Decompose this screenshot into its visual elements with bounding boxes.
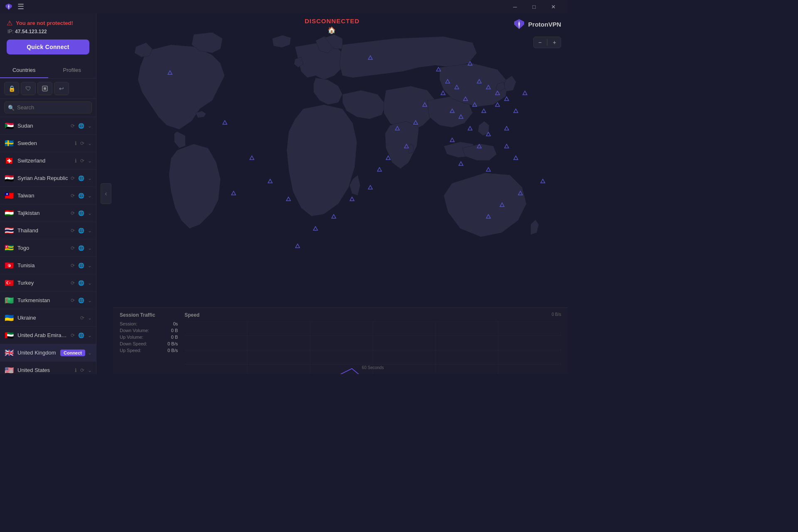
map-area: ‹ DISCONNECTED 🏠 ProtonVPN − +	[96, 13, 568, 374]
action-icon[interactable]: ⟳	[70, 262, 76, 269]
list-item[interactable]: 🇹🇳Tunisia⟳🌐⌄	[0, 257, 96, 274]
action-icon[interactable]: ⟳	[79, 367, 85, 374]
tab-profiles[interactable]: Profiles	[48, 63, 96, 78]
chevron-down-icon[interactable]: ⌄	[88, 350, 92, 356]
zoom-in-button[interactable]: +	[548, 37, 561, 48]
list-item[interactable]: 🇹🇼Taiwan⟳🌐⌄	[0, 187, 96, 204]
search-icon: 🔍	[8, 104, 15, 111]
chevron-down-icon[interactable]: ⌄	[88, 315, 92, 321]
action-icon[interactable]: 🌐	[77, 192, 85, 200]
country-name: Switzerland	[17, 158, 72, 164]
country-flag: 🇹🇭	[4, 226, 14, 235]
action-icon[interactable]: 🌐	[77, 244, 85, 252]
country-flag: 🇹🇲	[4, 296, 14, 305]
sidebar-header: ⚠ You are not protected! IP: 47.54.123.1…	[0, 13, 96, 59]
action-icon[interactable]: ℹ	[74, 157, 78, 165]
list-item[interactable]: 🇹🇭Thailand⟳🌐⌄	[0, 222, 96, 239]
action-icon[interactable]: 🌐	[77, 227, 85, 234]
chevron-down-icon[interactable]: ⌄	[88, 140, 92, 146]
chevron-down-icon[interactable]: ⌄	[88, 158, 92, 164]
filter-secure-core[interactable]: 🔒	[4, 82, 19, 95]
filter-tor[interactable]	[37, 82, 52, 95]
action-icon[interactable]: ⟳	[79, 157, 85, 165]
list-item[interactable]: 🇺🇸United Statesℹ⟳⌄	[0, 362, 96, 374]
list-item[interactable]: 🇸🇪Swedenℹ⟳⌄	[0, 135, 96, 152]
action-icon[interactable]: ⟳	[70, 297, 76, 304]
list-item[interactable]: 🇺🇦Ukraine⟳⌄	[0, 309, 96, 327]
action-icon[interactable]: 🌐	[77, 332, 85, 339]
country-flag: 🇹🇷	[4, 278, 14, 288]
session-row-value: 0 B	[171, 335, 178, 340]
country-flag: 🇹🇼	[4, 191, 14, 200]
chevron-down-icon[interactable]: ⌄	[88, 175, 92, 181]
country-actions: ⟳🌐⌄	[70, 122, 92, 130]
action-icon[interactable]: ⟳	[70, 227, 76, 234]
action-icon[interactable]: 🌐	[77, 209, 85, 217]
list-item[interactable]: 🇨🇭Switzerlandℹ⟳⌄	[0, 152, 96, 170]
country-name: Turkmenistan	[17, 297, 68, 303]
action-icon[interactable]: ⟳	[70, 279, 76, 287]
filter-p2p[interactable]: 🛡	[21, 82, 36, 95]
sidebar: ⚠ You are not protected! IP: 47.54.123.1…	[0, 13, 96, 374]
list-item[interactable]: 🇹🇯Tajikistan⟳🌐⌄	[0, 204, 96, 222]
filter-streaming[interactable]: ↩	[54, 82, 69, 95]
action-icon[interactable]: ℹ	[74, 140, 78, 147]
ip-value: 47.54.123.122	[15, 29, 47, 34]
session-row-label: Session:	[120, 321, 137, 326]
action-icon[interactable]: ⟳	[70, 244, 76, 252]
quick-connect-button[interactable]: Quick Connect	[7, 39, 89, 54]
country-actions: ℹ⟳⌄	[74, 140, 92, 147]
action-icon[interactable]: ⟳	[79, 314, 85, 322]
search-input[interactable]	[4, 101, 92, 113]
chevron-down-icon[interactable]: ⌄	[88, 193, 92, 199]
close-button[interactable]: ✕	[544, 0, 563, 13]
maximize-button[interactable]: □	[525, 0, 544, 13]
chevron-down-icon[interactable]: ⌄	[88, 332, 92, 338]
ip-display: IP: 47.54.123.122	[7, 29, 89, 34]
world-map: .land { fill: #2a2a42; stroke: #1a1a2e; …	[113, 13, 568, 308]
list-item[interactable]: 🇹🇷Turkey⟳🌐⌄	[0, 274, 96, 292]
list-item[interactable]: 🇹🇲Turkmenistan⟳🌐⌄	[0, 292, 96, 309]
session-row-value: 0 B/s	[167, 341, 178, 346]
action-icon[interactable]: 🌐	[77, 122, 85, 130]
action-icon[interactable]: 🌐	[77, 175, 85, 182]
chevron-down-icon[interactable]: ⌄	[88, 245, 92, 251]
connect-button[interactable]: Connect	[60, 350, 85, 356]
chevron-down-icon[interactable]: ⌄	[88, 210, 92, 216]
action-icon[interactable]: ⟳	[70, 175, 76, 182]
list-item[interactable]: 🇸🇩Sudan⟳🌐⌄	[0, 117, 96, 135]
zoom-controls: − +	[533, 37, 561, 48]
action-icon[interactable]: ⟳	[70, 192, 76, 200]
chevron-down-icon[interactable]: ⌄	[88, 123, 92, 129]
session-row: Down Speed:0 B/s	[120, 341, 178, 346]
action-icon[interactable]: ℹ	[74, 367, 78, 374]
menu-icon[interactable]: ☰	[17, 3, 24, 10]
action-icon[interactable]: ⟳	[70, 122, 76, 130]
list-item[interactable]: 🇬🇧United KingdomConnect⌄	[0, 344, 96, 362]
country-flag: 🇸🇾	[4, 174, 14, 183]
chevron-down-icon[interactable]: ⌄	[88, 367, 92, 373]
country-name: Sudan	[17, 123, 68, 129]
action-icon[interactable]: ⟳	[79, 140, 85, 147]
session-row-value: 0 B	[171, 328, 178, 333]
action-icon[interactable]: ⟳	[70, 332, 76, 339]
action-icon[interactable]: 🌐	[77, 279, 85, 287]
session-row: Up Volume:0 B	[120, 335, 178, 340]
list-item[interactable]: 🇸🇾Syrian Arab Republic⟳🌐⌄	[0, 170, 96, 187]
list-item[interactable]: 🇹🇬Togo⟳🌐⌄	[0, 239, 96, 257]
list-item[interactable]: 🇦🇪United Arab Emirates⟳🌐⌄	[0, 327, 96, 344]
chevron-down-icon[interactable]: ⌄	[88, 263, 92, 268]
action-icon[interactable]: ⟳	[70, 209, 76, 217]
minimize-button[interactable]: ─	[505, 0, 525, 13]
country-name: Taiwan	[17, 192, 68, 199]
action-icon[interactable]: 🌐	[77, 262, 85, 269]
collapse-sidebar-button[interactable]: ‹	[101, 183, 111, 204]
chevron-down-icon[interactable]: ⌄	[88, 280, 92, 286]
chevron-down-icon[interactable]: ⌄	[88, 298, 92, 303]
country-name: United Arab Emirates	[17, 332, 68, 338]
tab-countries[interactable]: Countries	[0, 63, 48, 78]
chevron-down-icon[interactable]: ⌄	[88, 228, 92, 234]
action-icon[interactable]: 🌐	[77, 297, 85, 304]
zoom-out-button[interactable]: −	[534, 37, 546, 48]
country-flag: 🇦🇪	[4, 331, 14, 340]
